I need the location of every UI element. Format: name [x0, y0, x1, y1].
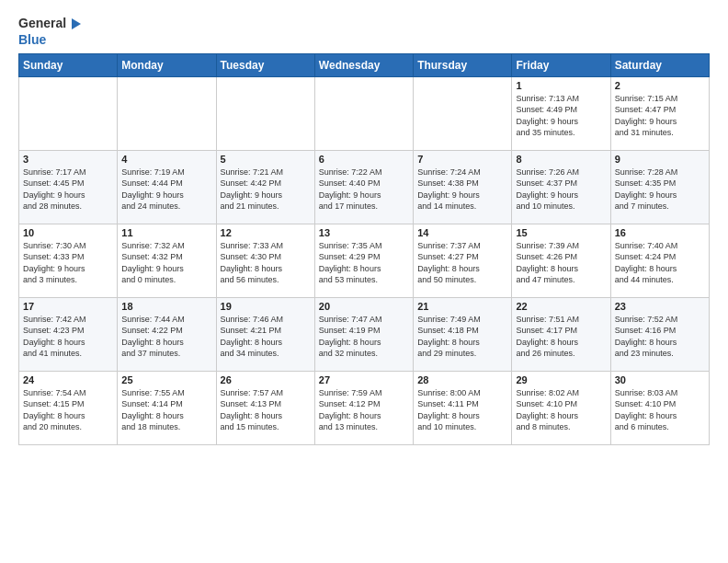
day-info: Sunrise: 7:22 AM Sunset: 4:40 PM Dayligh… — [319, 167, 409, 213]
day-number: 5 — [221, 154, 311, 165]
calendar-cell: 22Sunrise: 7:51 AM Sunset: 4:17 PM Dayli… — [512, 297, 610, 371]
day-info: Sunrise: 7:57 AM Sunset: 4:13 PM Dayligh… — [221, 387, 311, 433]
svg-marker-0 — [72, 18, 81, 29]
calendar-cell: 1Sunrise: 7:13 AM Sunset: 4:49 PM Daylig… — [512, 76, 610, 150]
calendar-cell: 18Sunrise: 7:44 AM Sunset: 4:22 PM Dayli… — [118, 297, 216, 371]
day-number: 4 — [121, 154, 211, 165]
weekday-header: Wednesday — [314, 53, 413, 76]
day-info: Sunrise: 7:37 AM Sunset: 4:27 PM Dayligh… — [417, 240, 507, 286]
day-info: Sunrise: 7:46 AM Sunset: 4:21 PM Dayligh… — [221, 314, 311, 360]
logo: General Blue — [18, 17, 83, 48]
logo-arrow-icon — [68, 17, 83, 31]
calendar-cell: 13Sunrise: 7:35 AM Sunset: 4:29 PM Dayli… — [314, 224, 413, 297]
day-info: Sunrise: 7:51 AM Sunset: 4:17 PM Dayligh… — [516, 314, 606, 360]
day-info: Sunrise: 7:54 AM Sunset: 4:15 PM Dayligh… — [23, 387, 113, 433]
day-number: 3 — [23, 154, 113, 165]
calendar-cell: 14Sunrise: 7:37 AM Sunset: 4:27 PM Dayli… — [414, 224, 512, 297]
calendar-header: SundayMondayTuesdayWednesdayThursdayFrid… — [19, 53, 710, 76]
weekday-header: Sunday — [19, 53, 118, 76]
calendar-cell: 4Sunrise: 7:19 AM Sunset: 4:44 PM Daylig… — [118, 150, 216, 224]
day-info: Sunrise: 8:00 AM Sunset: 4:11 PM Dayligh… — [417, 387, 507, 433]
day-info: Sunrise: 7:52 AM Sunset: 4:16 PM Dayligh… — [615, 314, 705, 360]
calendar-week-row: 1Sunrise: 7:13 AM Sunset: 4:49 PM Daylig… — [19, 76, 710, 150]
calendar-cell: 9Sunrise: 7:28 AM Sunset: 4:35 PM Daylig… — [610, 150, 709, 224]
day-info: Sunrise: 7:40 AM Sunset: 4:24 PM Dayligh… — [615, 240, 705, 286]
calendar-cell: 12Sunrise: 7:33 AM Sunset: 4:30 PM Dayli… — [216, 224, 314, 297]
day-info: Sunrise: 7:35 AM Sunset: 4:29 PM Dayligh… — [319, 240, 409, 286]
calendar-cell: 20Sunrise: 7:47 AM Sunset: 4:19 PM Dayli… — [314, 297, 413, 371]
day-number: 9 — [615, 154, 705, 165]
logo-container: General Blue — [18, 17, 83, 48]
day-number: 23 — [615, 301, 705, 312]
day-number: 18 — [121, 301, 211, 312]
day-number: 27 — [319, 374, 409, 385]
calendar-cell: 19Sunrise: 7:46 AM Sunset: 4:21 PM Dayli… — [216, 297, 314, 371]
calendar: SundayMondayTuesdayWednesdayThursdayFrid… — [18, 53, 710, 445]
day-number: 29 — [516, 374, 606, 385]
calendar-cell — [19, 76, 118, 150]
day-number: 7 — [417, 154, 507, 165]
calendar-cell: 16Sunrise: 7:40 AM Sunset: 4:24 PM Dayli… — [610, 224, 709, 297]
calendar-week-row: 17Sunrise: 7:42 AM Sunset: 4:23 PM Dayli… — [19, 297, 710, 371]
day-info: Sunrise: 7:42 AM Sunset: 4:23 PM Dayligh… — [23, 314, 113, 360]
day-info: Sunrise: 7:49 AM Sunset: 4:18 PM Dayligh… — [417, 314, 507, 360]
calendar-cell: 26Sunrise: 7:57 AM Sunset: 4:13 PM Dayli… — [216, 371, 314, 444]
day-number: 24 — [23, 374, 113, 385]
day-number: 14 — [417, 227, 507, 238]
calendar-cell: 3Sunrise: 7:17 AM Sunset: 4:45 PM Daylig… — [19, 150, 118, 224]
day-info: Sunrise: 7:24 AM Sunset: 4:38 PM Dayligh… — [417, 167, 507, 213]
day-number: 16 — [615, 227, 705, 238]
calendar-cell — [314, 76, 413, 150]
day-info: Sunrise: 7:30 AM Sunset: 4:33 PM Dayligh… — [23, 240, 113, 286]
calendar-cell: 21Sunrise: 7:49 AM Sunset: 4:18 PM Dayli… — [414, 297, 512, 371]
calendar-cell: 11Sunrise: 7:32 AM Sunset: 4:32 PM Dayli… — [118, 224, 216, 297]
day-number: 19 — [221, 301, 311, 312]
day-number: 6 — [319, 154, 409, 165]
calendar-cell: 2Sunrise: 7:15 AM Sunset: 4:47 PM Daylig… — [610, 76, 709, 150]
day-number: 2 — [615, 80, 705, 91]
calendar-week-row: 3Sunrise: 7:17 AM Sunset: 4:45 PM Daylig… — [19, 150, 710, 224]
day-number: 28 — [417, 374, 507, 385]
calendar-cell: 10Sunrise: 7:30 AM Sunset: 4:33 PM Dayli… — [19, 224, 118, 297]
day-info: Sunrise: 7:19 AM Sunset: 4:44 PM Dayligh… — [121, 167, 211, 213]
weekday-header: Monday — [118, 53, 216, 76]
day-number: 15 — [516, 227, 606, 238]
calendar-cell: 24Sunrise: 7:54 AM Sunset: 4:15 PM Dayli… — [19, 371, 118, 444]
calendar-cell: 25Sunrise: 7:55 AM Sunset: 4:14 PM Dayli… — [118, 371, 216, 444]
calendar-body: 1Sunrise: 7:13 AM Sunset: 4:49 PM Daylig… — [19, 76, 710, 444]
calendar-cell: 30Sunrise: 8:03 AM Sunset: 4:10 PM Dayli… — [610, 371, 709, 444]
day-info: Sunrise: 7:39 AM Sunset: 4:26 PM Dayligh… — [516, 240, 606, 286]
day-number: 21 — [417, 301, 507, 312]
day-info: Sunrise: 8:03 AM Sunset: 4:10 PM Dayligh… — [615, 387, 705, 433]
calendar-cell: 29Sunrise: 8:02 AM Sunset: 4:10 PM Dayli… — [512, 371, 610, 444]
calendar-cell: 7Sunrise: 7:24 AM Sunset: 4:38 PM Daylig… — [414, 150, 512, 224]
logo-general-text: General — [18, 17, 66, 30]
calendar-cell: 15Sunrise: 7:39 AM Sunset: 4:26 PM Dayli… — [512, 224, 610, 297]
calendar-cell: 27Sunrise: 7:59 AM Sunset: 4:12 PM Dayli… — [314, 371, 413, 444]
day-info: Sunrise: 7:32 AM Sunset: 4:32 PM Dayligh… — [121, 240, 211, 286]
weekday-header: Tuesday — [216, 53, 314, 76]
calendar-cell: 5Sunrise: 7:21 AM Sunset: 4:42 PM Daylig… — [216, 150, 314, 224]
day-info: Sunrise: 7:59 AM Sunset: 4:12 PM Dayligh… — [319, 387, 409, 433]
weekday-header: Thursday — [414, 53, 512, 76]
day-number: 10 — [23, 227, 113, 238]
day-info: Sunrise: 7:17 AM Sunset: 4:45 PM Dayligh… — [23, 167, 113, 213]
header: General Blue — [18, 17, 710, 48]
calendar-cell: 23Sunrise: 7:52 AM Sunset: 4:16 PM Dayli… — [610, 297, 709, 371]
day-number: 20 — [319, 301, 409, 312]
day-number: 1 — [516, 80, 606, 91]
logo-blue-text: Blue — [18, 32, 46, 47]
weekday-row: SundayMondayTuesdayWednesdayThursdayFrid… — [19, 53, 710, 76]
day-number: 25 — [121, 374, 211, 385]
day-number: 26 — [221, 374, 311, 385]
day-number: 8 — [516, 154, 606, 165]
day-number: 22 — [516, 301, 606, 312]
day-info: Sunrise: 7:26 AM Sunset: 4:37 PM Dayligh… — [516, 167, 606, 213]
day-number: 11 — [121, 227, 211, 238]
day-info: Sunrise: 7:47 AM Sunset: 4:19 PM Dayligh… — [319, 314, 409, 360]
calendar-cell: 6Sunrise: 7:22 AM Sunset: 4:40 PM Daylig… — [314, 150, 413, 224]
day-number: 13 — [319, 227, 409, 238]
day-info: Sunrise: 7:33 AM Sunset: 4:30 PM Dayligh… — [221, 240, 311, 286]
calendar-cell — [118, 76, 216, 150]
day-number: 17 — [23, 301, 113, 312]
